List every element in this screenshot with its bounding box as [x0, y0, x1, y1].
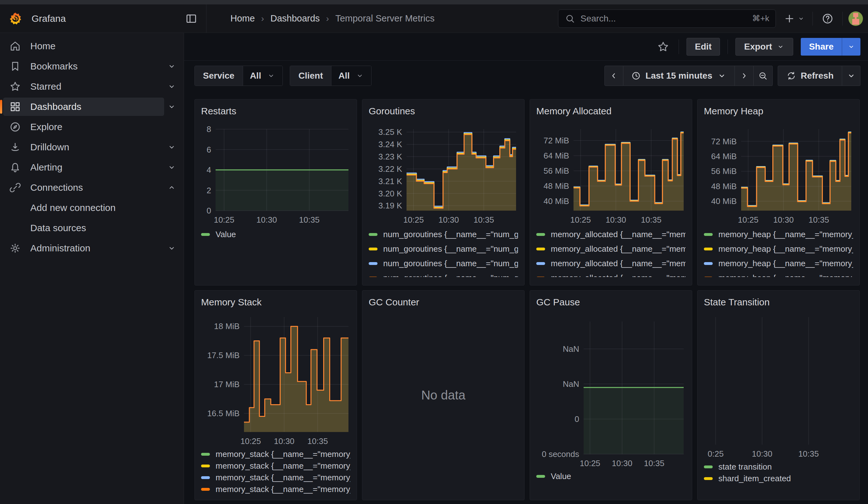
- bell-icon: [9, 161, 21, 173]
- legend-item[interactable]: memory_allocated {__name__="memc: [536, 271, 685, 277]
- legend-item[interactable]: num_goroutines {__name__="num_go: [369, 227, 518, 241]
- panel-title[interactable]: Goroutines: [369, 106, 518, 116]
- legend-item[interactable]: memory_stack {__name__="memory_s: [201, 472, 350, 483]
- add-new-button[interactable]: [782, 13, 807, 25]
- chevron-down-icon: [355, 71, 364, 80]
- legend-item[interactable]: Value: [536, 471, 685, 482]
- sidebar-item-explore[interactable]: Explore: [3, 118, 179, 136]
- avatar[interactable]: [848, 11, 863, 26]
- svg-text:48 MiB: 48 MiB: [711, 182, 737, 191]
- breadcrumb-item[interactable]: Dashboards: [270, 13, 320, 24]
- panel-chart[interactable]: 3.19 K3.20 K3.21 K3.22 K3.23 K3.24 K3.25…: [369, 120, 519, 225]
- filter-value-dropdown[interactable]: All: [331, 66, 371, 85]
- svg-text:3.24 K: 3.24 K: [379, 140, 402, 149]
- share-dropdown-button[interactable]: [842, 38, 860, 55]
- legend-item[interactable]: memory_allocated {__name__="memc: [536, 241, 685, 256]
- sidebar-expand-button[interactable]: [164, 99, 179, 114]
- bookmark-icon: [9, 60, 21, 72]
- breadcrumb-item[interactable]: Temporal Server Metrics: [335, 13, 434, 24]
- export-button[interactable]: Export: [735, 38, 793, 55]
- sidebar-row-administration: Administration: [0, 238, 184, 258]
- legend-item[interactable]: num_goroutines {__name__="num_go: [369, 256, 518, 271]
- sidebar-item-data-sources[interactable]: Data sources: [3, 219, 179, 237]
- panel-chart[interactable]: 40 MiB48 MiB56 MiB64 MiB72 MiB10:2510:30…: [536, 120, 686, 225]
- chevron-right-icon: [739, 71, 749, 81]
- panel-chart[interactable]: NaNNaN00 seconds10:2510:3010:35: [536, 311, 686, 469]
- panel-state-transition: State Transition0:2510:3010:35state tran…: [697, 290, 860, 500]
- panel-chart[interactable]: 0246810:2510:3010:35: [201, 120, 351, 225]
- legend-item[interactable]: shard_item_created: [704, 473, 853, 484]
- svg-text:0:25: 0:25: [707, 449, 724, 459]
- panel-title[interactable]: GC Pause: [536, 297, 685, 308]
- sidebar-item-drilldown[interactable]: Drilldown: [3, 138, 164, 156]
- chevron-down-icon: [167, 102, 176, 112]
- legend-item[interactable]: memory_allocated {__name__="memc: [536, 256, 685, 271]
- legend-item[interactable]: state transition: [704, 461, 853, 473]
- sidebar-item-label: Explore: [30, 122, 62, 132]
- svg-text:0: 0: [575, 414, 579, 424]
- legend-item[interactable]: num_goroutines {__name__="num_go: [369, 241, 518, 256]
- panel-title[interactable]: Memory Heap: [704, 106, 853, 116]
- sidebar-item-connections[interactable]: Connections: [3, 178, 164, 197]
- time-range-picker[interactable]: Last 15 minutes: [623, 66, 735, 86]
- sidebar-expand-button[interactable]: [164, 140, 179, 155]
- sidebar-expand-button[interactable]: [164, 59, 179, 74]
- legend-item[interactable]: num_goroutines {__name__="num_go: [369, 271, 518, 277]
- legend-item[interactable]: memory_stack {__name__="memory_s: [201, 460, 350, 472]
- sidebar-item-add-new-connection[interactable]: Add new connection: [3, 199, 179, 217]
- sidebar-expand-button[interactable]: [164, 240, 179, 256]
- breadcrumb-item[interactable]: Home: [230, 13, 255, 24]
- svg-text:10:30: 10:30: [256, 215, 277, 225]
- svg-text:17 MiB: 17 MiB: [214, 380, 240, 389]
- svg-text:2: 2: [207, 186, 211, 195]
- sidebar-item-bookmarks[interactable]: Bookmarks: [3, 57, 164, 75]
- share-button[interactable]: Share: [801, 38, 842, 55]
- panel-title[interactable]: Memory Stack: [201, 297, 350, 308]
- sidebar-expand-button[interactable]: [164, 180, 179, 195]
- legend-item[interactable]: memory_heap {__name__="memory_h: [704, 256, 853, 271]
- panel-title[interactable]: Restarts: [201, 106, 350, 116]
- dashboard-canvas: ServiceAllClientAll Last 15 minutes Refr…: [184, 61, 868, 504]
- sidebar-item-label: Connections: [30, 182, 83, 193]
- refresh-button[interactable]: Refresh: [778, 66, 842, 86]
- legend-item[interactable]: memory_heap {__name__="memory_h: [704, 241, 853, 256]
- filter-label: Service: [195, 66, 243, 85]
- legend-item[interactable]: Value: [201, 227, 350, 241]
- time-shift-back-button[interactable]: [604, 66, 623, 86]
- sidebar-item-starred[interactable]: Starred: [3, 78, 164, 96]
- refresh-interval-dropdown[interactable]: [842, 66, 860, 86]
- panel-chart[interactable]: 40 MiB48 MiB56 MiB64 MiB72 MiB10:2510:30…: [704, 120, 854, 225]
- legend-item[interactable]: memory_heap {__name__="memory_h: [704, 227, 853, 241]
- search-input[interactable]: Search... ⌘+k: [558, 10, 776, 28]
- filter-client: ClientAll: [290, 66, 372, 86]
- legend-item[interactable]: memory_stack {__name__="memory_s: [201, 483, 350, 495]
- filter-value-dropdown[interactable]: All: [243, 66, 283, 85]
- chevron-left-icon: [609, 71, 619, 81]
- sidebar-expand-button[interactable]: [164, 79, 179, 94]
- sidebar-toggle-button[interactable]: [182, 10, 200, 28]
- legend-item[interactable]: memory_allocated {__name__="memc: [536, 227, 685, 241]
- panel-legend: memory_allocated {__name__="memcmemory_a…: [536, 227, 685, 277]
- edit-button[interactable]: Edit: [686, 38, 720, 55]
- sidebar-expand-button[interactable]: [164, 160, 179, 175]
- favorite-star-button[interactable]: [655, 39, 671, 55]
- time-shift-forward-button[interactable]: [735, 66, 754, 86]
- help-button[interactable]: [818, 10, 837, 28]
- zoom-out-button[interactable]: [754, 66, 773, 86]
- panel-memory-stack: Memory Stack16.5 MiB17 MiB17.5 MiB18 MiB…: [194, 290, 357, 500]
- sidebar-item-alerting[interactable]: Alerting: [3, 158, 164, 176]
- panel-title[interactable]: Memory Allocated: [536, 106, 685, 116]
- sidebar-item-home[interactable]: Home: [3, 37, 179, 55]
- svg-text:10:35: 10:35: [644, 459, 664, 468]
- svg-text:40 MiB: 40 MiB: [711, 196, 737, 206]
- sidebar-item-administration[interactable]: Administration: [3, 239, 164, 257]
- legend-item[interactable]: memory_stack {__name__="memory_s: [201, 449, 350, 460]
- breadcrumb: Home›Dashboards›Temporal Server Metrics: [206, 4, 435, 32]
- panel-title[interactable]: State Transition: [704, 297, 853, 308]
- sidebar-item-dashboards[interactable]: Dashboards: [3, 97, 164, 116]
- panel-chart[interactable]: 16.5 MiB17 MiB17.5 MiB18 MiB10:2510:3010…: [201, 311, 351, 446]
- panel-memory-allocated: Memory Allocated40 MiB48 MiB56 MiB64 MiB…: [530, 99, 692, 286]
- svg-text:10:30: 10:30: [606, 215, 626, 225]
- panel-chart[interactable]: 0:2510:3010:35: [704, 311, 854, 459]
- legend-item[interactable]: memory_heap {__name__="memory_h: [704, 271, 853, 277]
